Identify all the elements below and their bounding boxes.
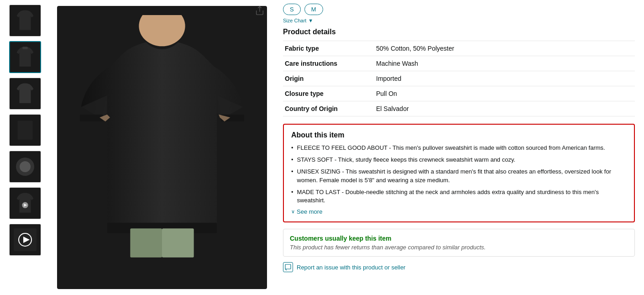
details-value: El Salvador: [374, 101, 635, 116]
about-box: About this item FLEECE TO FEEL GOOD ABOU…: [283, 124, 635, 222]
details-label: Fabric type: [283, 41, 374, 56]
top-buttons: S M: [283, 0, 635, 15]
report-issue-link[interactable]: Report an issue with this product or sel…: [283, 262, 635, 272]
svg-rect-15: [130, 228, 162, 257]
svg-rect-17: [285, 264, 291, 269]
customers-title: Customers usually keep this item: [290, 235, 628, 242]
size-chart-label: Size Chart: [283, 18, 306, 23]
size-chart-link[interactable]: Size Chart ▼: [283, 18, 635, 23]
details-label: Care instructions: [283, 56, 374, 71]
svg-rect-0: [22, 47, 28, 49]
details-value: Imported: [374, 71, 635, 86]
size-button-2[interactable]: M: [304, 4, 323, 15]
see-more-label: See more: [297, 208, 322, 215]
thumbnail-sidebar: [0, 0, 50, 295]
thumbnail-3[interactable]: [9, 78, 41, 110]
main-image-area: [50, 0, 274, 295]
svg-rect-16: [162, 228, 194, 257]
details-label: Country of Origin: [283, 101, 374, 116]
details-row: Care instructions Machine Wash: [283, 56, 635, 71]
see-more-link[interactable]: ∨ See more: [291, 208, 627, 215]
thumbnail-6[interactable]: [9, 187, 41, 219]
details-value: Machine Wash: [374, 56, 635, 71]
main-product-image: [57, 6, 267, 289]
svg-rect-1: [17, 121, 32, 140]
svg-rect-11: [80, 115, 103, 121]
about-list: FLEECE TO FEEL GOOD ABOUT - This men's p…: [291, 144, 627, 205]
share-icon[interactable]: [255, 5, 265, 17]
thumbnail-1[interactable]: [9, 5, 41, 37]
product-details-table: Fabric type 50% Cotton, 50% Polyester Ca…: [283, 41, 635, 116]
details-row: Country of Origin El Salvador: [283, 101, 635, 116]
details-label: Origin: [283, 71, 374, 86]
see-more-chevron: ∨: [291, 209, 295, 215]
details-row: Fabric type 50% Cotton, 50% Polyester: [283, 41, 635, 56]
thumbnail-7[interactable]: [9, 224, 41, 256]
thumbnail-2[interactable]: [9, 41, 41, 73]
about-bullet: MADE TO LAST - Double-needle stitching a…: [291, 188, 627, 205]
right-panel: S M Size Chart ▼ Product details Fabric …: [274, 0, 644, 295]
product-details-section: Product details Fabric type 50% Cotton, …: [283, 28, 635, 116]
product-details-title: Product details: [283, 28, 635, 36]
customers-box: Customers usually keep this item This pr…: [283, 229, 635, 257]
thumbnail-4[interactable]: [9, 114, 41, 146]
about-bullet: UNISEX SIZING - This sweatshirt is desig…: [291, 168, 627, 184]
about-bullet: FLEECE TO FEEL GOOD ABOUT - This men's p…: [291, 144, 627, 152]
details-label: Closure type: [283, 86, 374, 101]
details-row: Origin Imported: [283, 71, 635, 86]
thumbnail-5[interactable]: [9, 151, 41, 183]
details-row: Closure type Pull On: [283, 86, 635, 101]
size-button-1[interactable]: S: [283, 4, 301, 15]
report-icon: [283, 262, 293, 272]
customers-subtitle: This product has fewer returns than aver…: [290, 244, 628, 251]
svg-point-3: [20, 161, 31, 172]
report-label: Report an issue with this product or sel…: [297, 264, 405, 271]
details-value: 50% Cotton, 50% Polyester: [374, 41, 635, 56]
about-title: About this item: [291, 131, 627, 139]
size-chart-chevron: ▼: [308, 18, 313, 23]
details-value: Pull On: [374, 86, 635, 101]
about-bullet: STAYS SOFT - Thick, sturdy fleece keeps …: [291, 156, 627, 164]
